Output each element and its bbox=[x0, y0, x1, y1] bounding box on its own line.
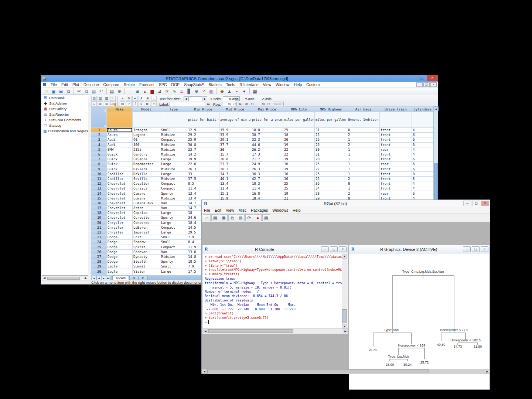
table-cell[interactable]: 2 bbox=[347, 142, 380, 147]
row-number[interactable]: 18 bbox=[91, 211, 107, 215]
table-cell[interactable]: 14.2 bbox=[187, 152, 219, 157]
table-cell[interactable]: Buick bbox=[107, 157, 133, 162]
table-cell[interactable]: 26 bbox=[315, 137, 347, 142]
sidebar-item-statlog[interactable]: ▢StatLog bbox=[42, 123, 88, 128]
row-number[interactable]: 16 bbox=[91, 201, 107, 205]
console-vertical-scrollbar[interactable]: ▲ ▼ bbox=[342, 254, 347, 329]
row-number[interactable]: 21 bbox=[91, 225, 107, 230]
open-script-icon[interactable]: ▱ bbox=[203, 214, 211, 221]
sg-menu-plot[interactable]: Plot bbox=[70, 82, 81, 87]
table-cell[interactable]: Dodge bbox=[107, 235, 133, 240]
table-cell[interactable]: front bbox=[380, 157, 412, 162]
row-number[interactable]: 26 bbox=[91, 249, 107, 254]
sg-menu-edit[interactable]: Edit bbox=[59, 82, 70, 87]
sg-menu-tools[interactable]: Tools bbox=[224, 82, 238, 87]
sg-menu-r-interface[interactable]: R Interface bbox=[237, 82, 260, 87]
table-cell[interactable]: 19.9 bbox=[187, 157, 219, 162]
table-cell[interactable]: 13.4 bbox=[187, 191, 219, 196]
scroll-right-icon[interactable]: ▶ bbox=[83, 276, 88, 280]
table-cell[interactable]: 1 bbox=[347, 157, 380, 162]
table-cell[interactable]: Camaro bbox=[133, 191, 160, 196]
console-close-icon[interactable]: × bbox=[339, 246, 347, 252]
column-header-model[interactable]: Model bbox=[133, 107, 160, 112]
table-cell[interactable]: 23.7 bbox=[187, 147, 219, 152]
table-cell[interactable]: 6 bbox=[412, 137, 434, 142]
sg-menu-spc[interactable]: SPC bbox=[157, 82, 169, 87]
table-cell[interactable]: Compact bbox=[160, 186, 187, 191]
table-cell[interactable]: Compact bbox=[160, 225, 187, 230]
table-cell[interactable]: LeSabre bbox=[133, 157, 160, 162]
table-cell[interactable]: 22 bbox=[283, 147, 315, 152]
chart-icon-8[interactable]: ≣ bbox=[178, 88, 185, 95]
column-header-drive-train[interactable]: Drive Train bbox=[380, 107, 412, 112]
scrollbar-thumb[interactable] bbox=[342, 309, 347, 323]
query-icon[interactable]: ? bbox=[126, 101, 132, 106]
sidebar-item-classification-and-regression-t[interactable]: ▦Classification and Regression T bbox=[42, 128, 88, 134]
rgui-titlebar[interactable]: R RGui (32-bit) – ◻ × bbox=[202, 200, 490, 207]
row-number[interactable]: 23 bbox=[91, 235, 107, 240]
table-cell[interactable]: Small bbox=[160, 240, 187, 245]
table-cell[interactable]: Compact bbox=[160, 181, 187, 186]
table-cell[interactable]: rear bbox=[380, 162, 412, 167]
table-cell[interactable]: front bbox=[380, 167, 412, 171]
table-cell[interactable]: 32.3 bbox=[251, 137, 283, 142]
rgui-menu-edit[interactable]: Edit bbox=[212, 208, 224, 213]
table-cell[interactable]: Imperial bbox=[133, 230, 160, 235]
row-number[interactable]: 7 bbox=[91, 157, 107, 162]
table-cell[interactable]: front bbox=[380, 133, 412, 137]
column-header-max-price[interactable]: Max Price bbox=[251, 107, 283, 112]
table-cell[interactable]: 19 bbox=[283, 191, 315, 196]
table-cell[interactable]: Chevrolet bbox=[107, 206, 133, 211]
column-header-mpg-highway[interactable]: MPG Highway bbox=[315, 107, 347, 112]
table-cell[interactable]: Eagle bbox=[107, 264, 133, 269]
r-console-text[interactable]: > d<-read.csv("C:\\\\Users\\\\Neil\\\\Ap… bbox=[203, 254, 342, 329]
chart-icon-6[interactable]: ≋ bbox=[164, 88, 170, 95]
sg-menu-compare[interactable]: Compare bbox=[101, 82, 122, 87]
console-horizontal-scrollbar[interactable]: ◀ ▶ bbox=[203, 328, 348, 333]
table-cell[interactable]: 11.4 bbox=[219, 186, 251, 191]
table-cell[interactable]: Large bbox=[160, 220, 187, 225]
table-cell[interactable]: 33.9 bbox=[219, 133, 251, 137]
table-cell[interactable]: Van bbox=[160, 201, 187, 205]
restore-icon[interactable]: ◻ bbox=[417, 75, 427, 81]
sg-menu-relate[interactable]: Relate bbox=[122, 82, 137, 87]
table-cell[interactable]: Acura bbox=[107, 133, 133, 137]
table-cell[interactable]: 13.4 bbox=[219, 181, 251, 186]
table-cell[interactable]: 29.2 bbox=[187, 133, 219, 137]
table-cell[interactable]: Large bbox=[160, 230, 187, 235]
row-number[interactable]: 13 bbox=[91, 186, 107, 191]
table-cell[interactable]: Chevrolet bbox=[107, 201, 133, 205]
table-cell[interactable]: Shadow bbox=[133, 240, 160, 245]
row-number[interactable]: 9 bbox=[91, 167, 107, 171]
cell-icon-1[interactable]: ▤ bbox=[91, 96, 97, 101]
table-cell[interactable]: LeBaron bbox=[133, 225, 160, 230]
rgui-maximize-icon[interactable]: ◻ bbox=[472, 201, 480, 206]
cell-icon-2[interactable]: ▥ bbox=[98, 96, 103, 101]
table-cell[interactable]: 11.4 bbox=[251, 186, 283, 191]
row-number[interactable]: 17 bbox=[91, 206, 107, 211]
open-icon[interactable]: ▱ bbox=[43, 88, 50, 95]
table-cell[interactable]: 16 bbox=[283, 176, 315, 181]
sheet-tab-c[interactable]: C bbox=[139, 276, 148, 280]
calculator-icon[interactable]: ▦ bbox=[252, 88, 258, 95]
sg-menu-custom[interactable]: Custom bbox=[304, 82, 322, 87]
minimize-icon[interactable]: – bbox=[407, 75, 417, 81]
table-cell[interactable]: 28 bbox=[315, 157, 347, 162]
scroll-up-icon[interactable]: ▲ bbox=[342, 254, 347, 259]
column-header-type[interactable]: Type bbox=[160, 107, 187, 112]
stop-icon[interactable]: ● bbox=[254, 214, 262, 221]
column-header-mpg-city[interactable]: MPG City bbox=[283, 107, 315, 112]
chart-icon-4[interactable]: ▆ bbox=[149, 88, 156, 95]
table-cell[interactable]: Roadmaster bbox=[133, 162, 160, 167]
scroll-up-icon[interactable]: ▲ bbox=[434, 106, 439, 111]
table-cell[interactable]: 4 bbox=[412, 152, 434, 157]
row-number[interactable]: 2 bbox=[91, 133, 107, 137]
sidebar-item-statgallery[interactable]: ▦StatGallery bbox=[42, 106, 88, 112]
graphics-minimize-icon[interactable]: – bbox=[463, 246, 471, 252]
font-size-decrease-icon[interactable]: ◀ bbox=[184, 96, 188, 101]
r-graphics-titlebar[interactable]: R R Graphics: Device 2 (ACTIVE) – ◻ × bbox=[349, 245, 490, 253]
table-cell[interactable]: Midsize bbox=[160, 176, 187, 181]
table-cell[interactable]: 11.4 bbox=[187, 186, 219, 191]
statgraphics-titlebar[interactable]: STATGRAPHICS Centurion - cart2.sgp - [C:… bbox=[41, 75, 438, 82]
row-number[interactable]: 14 bbox=[91, 191, 107, 196]
